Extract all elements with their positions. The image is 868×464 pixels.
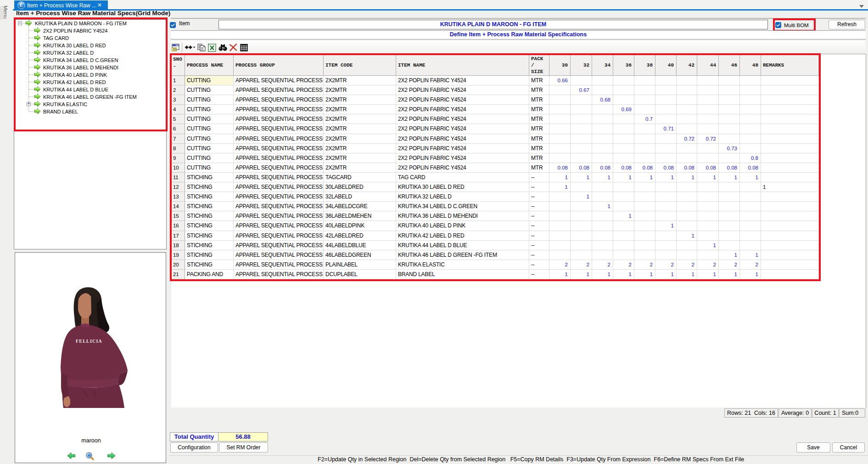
svg-text:FELLICIA: FELLICIA [76,339,102,344]
svg-text:L: L [20,3,23,8]
